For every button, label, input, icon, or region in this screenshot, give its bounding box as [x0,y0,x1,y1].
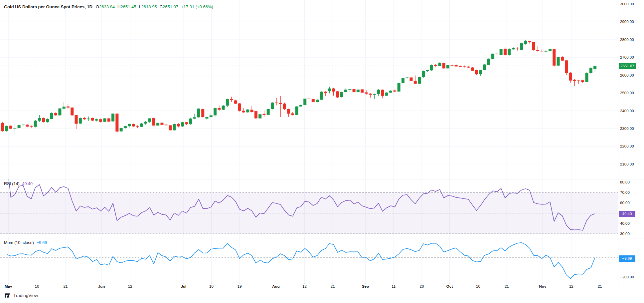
ohlc-low: L2618.95 [139,4,157,9]
momentum-value: −9.69 [37,240,47,245]
svg-text:Jul: Jul [181,284,187,288]
svg-text:May: May [5,284,12,288]
rsi-value: 49.40 [22,181,33,186]
ohlc-open: O2633.84 [96,4,115,9]
svg-text:60.00: 60.00 [620,201,630,205]
svg-text:2900.00: 2900.00 [620,20,634,24]
rsi-value-badge: 49.40 [619,211,635,217]
svg-text:80.00: 80.00 [620,180,630,184]
svg-text:12: 12 [302,284,307,288]
svg-text:30.00: 30.00 [620,232,630,236]
momentum-label[interactable]: Mom (10, close) [4,240,34,245]
svg-text:2500.00: 2500.00 [620,91,634,95]
svg-text:40.00: 40.00 [620,221,630,225]
svg-text:10: 10 [476,284,480,288]
svg-text:12: 12 [128,284,132,288]
momentum-legend[interactable]: Mom (10, close) −9.69 [4,240,47,245]
svg-text:2200.00: 2200.00 [620,144,634,148]
svg-text:70.00: 70.00 [620,190,630,194]
svg-text:21: 21 [331,284,335,288]
symbol-title[interactable]: Gold US Dollars per Ounce Spot Prices, 1… [4,4,92,9]
svg-text:Oct: Oct [446,284,453,288]
symbol-legend[interactable]: Gold US Dollars per Ounce Spot Prices, 1… [4,4,216,9]
momentum-value-badge: −9.69 [619,255,635,262]
svg-text:Aug: Aug [272,284,279,288]
price-axis[interactable]: 3000.002900.002800.002700.002600.002500.… [620,2,634,279]
ohlc-high: H2651.45 [117,4,136,9]
candlestick-series [1,40,597,134]
panel-borders [0,0,644,290]
tradingview-logo-icon [5,293,11,298]
svg-text:2700.00: 2700.00 [620,55,634,59]
rsi-pane [0,192,618,234]
svg-text:2600.00: 2600.00 [620,73,634,77]
ohlc-close: C2651.07 [160,4,178,9]
tradingview-brand[interactable]: TradingView [5,293,38,298]
svg-text:12: 12 [569,284,573,288]
svg-text:10: 10 [35,284,39,288]
svg-text:Jun: Jun [98,284,105,288]
svg-text:3000.00: 3000.00 [620,2,634,6]
svg-text:Nov: Nov [539,284,547,288]
svg-text:2400.00: 2400.00 [620,109,634,113]
svg-text:21: 21 [64,284,68,288]
svg-text:20: 20 [420,284,424,288]
svg-text:−200.00: −200.00 [620,275,634,279]
rsi-label[interactable]: RSI (14) [4,181,20,186]
svg-text:11: 11 [392,284,396,288]
tradingview-chart-window: 3000.002900.002800.002700.002600.002500.… [0,0,644,303]
time-axis[interactable]: May1021Jun12Jul1019Aug1221Sep1120Oct1021… [5,283,602,288]
chart-canvas[interactable]: 3000.002900.002800.002700.002600.002500.… [0,0,644,303]
svg-text:10: 10 [209,284,214,288]
brand-name: TradingView [13,293,38,298]
svg-text:2800.00: 2800.00 [620,38,634,42]
price-change: +17.31 (+0.66%) [181,4,213,9]
svg-text:21: 21 [598,284,602,288]
svg-text:2300.00: 2300.00 [620,127,634,131]
svg-text:2100.00: 2100.00 [620,162,634,166]
svg-text:Sep: Sep [362,284,369,288]
svg-text:19: 19 [238,284,242,288]
rsi-legend[interactable]: RSI (14) 49.40 [4,181,33,186]
svg-text:21: 21 [505,284,509,288]
last-price-badge: 2651.07 [619,63,636,69]
footer-bar: TradingView [0,290,644,303]
